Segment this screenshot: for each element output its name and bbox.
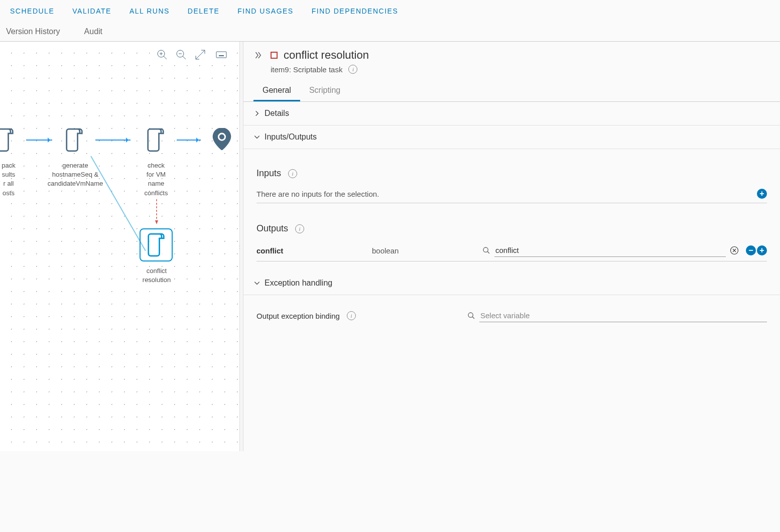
chevron-down-icon xyxy=(253,280,261,287)
svg-point-23 xyxy=(468,313,473,317)
tab-audit[interactable]: Audit xyxy=(84,27,102,41)
svg-line-5 xyxy=(183,56,186,59)
node-pack-results[interactable] xyxy=(0,126,20,154)
find-dependencies-action[interactable]: FIND DEPENDENCIES xyxy=(312,7,399,15)
outputs-heading: Outputs xyxy=(256,223,288,234)
output-type: boolean xyxy=(372,246,482,255)
info-icon[interactable]: i xyxy=(288,169,297,178)
inputs-heading: Inputs xyxy=(256,168,281,179)
add-input-button[interactable]: + xyxy=(757,189,767,199)
exception-binding-label: Output exception binding xyxy=(256,312,340,320)
section-exception-header[interactable]: Exception handling xyxy=(243,272,780,295)
exception-variable-input[interactable] xyxy=(479,309,767,322)
tab-general[interactable]: General xyxy=(253,81,300,101)
node-label: pack sults r all osts xyxy=(0,161,21,198)
svg-point-18 xyxy=(483,247,488,252)
node-label: generate hostnameSeq & candidateVmName xyxy=(40,161,110,189)
node-end[interactable] xyxy=(207,125,237,153)
canvas-toolbar xyxy=(151,46,234,64)
flow-arrow xyxy=(26,140,52,141)
chevron-down-icon xyxy=(253,134,261,141)
all-runs-action[interactable]: ALL RUNS xyxy=(129,7,170,15)
node-generate-hostname[interactable] xyxy=(59,126,89,154)
svg-line-24 xyxy=(472,317,474,319)
panel-title: conflict resolution xyxy=(284,49,369,62)
flow-arrow xyxy=(95,140,131,141)
node-check-conflicts[interactable] xyxy=(141,126,171,154)
schedule-action[interactable]: SCHEDULE xyxy=(10,7,54,15)
node-conflict-resolution[interactable] xyxy=(140,228,173,261)
panel-resize-handle[interactable]: ⋮⋮ xyxy=(239,42,243,451)
panel-subtitle: item9: Scriptable task xyxy=(271,65,342,74)
keyboard-icon[interactable] xyxy=(213,49,229,61)
fit-screen-icon[interactable] xyxy=(194,49,206,61)
info-icon[interactable]: i xyxy=(295,224,304,233)
workflow-canvas[interactable]: pack sults r all osts generate hostnameS… xyxy=(0,42,239,451)
subtabs: Version History Audit xyxy=(0,22,780,42)
info-icon[interactable]: i xyxy=(347,311,356,320)
info-icon[interactable]: i xyxy=(348,65,357,74)
inputs-empty-text: There are no inputs for the selection. xyxy=(256,190,739,198)
chevron-right-icon xyxy=(253,110,261,117)
svg-line-1 xyxy=(164,56,167,59)
remove-output-button[interactable]: − xyxy=(746,245,756,255)
task-type-icon xyxy=(271,52,278,59)
svg-point-16 xyxy=(220,135,224,139)
flow-line xyxy=(90,156,146,251)
search-icon xyxy=(467,312,475,320)
section-io-header[interactable]: Inputs/Outputs xyxy=(243,125,780,149)
add-output-button[interactable]: + xyxy=(757,245,767,255)
section-exception-body: Output exception binding i xyxy=(243,295,780,336)
node-label: check for VM name conflicts xyxy=(139,161,174,198)
zoom-out-icon[interactable] xyxy=(175,49,187,61)
tab-version-history[interactable]: Version History xyxy=(6,27,60,41)
search-icon xyxy=(482,246,490,254)
action-toolbar: SCHEDULE VALIDATE ALL RUNS DELETE FIND U… xyxy=(0,0,780,22)
validate-action[interactable]: VALIDATE xyxy=(72,7,111,15)
node-label: conflict resolution xyxy=(138,267,176,285)
svg-line-19 xyxy=(487,251,489,253)
properties-panel: conflict resolution item9: Scriptable ta… xyxy=(243,42,780,451)
flow-arrow-error xyxy=(155,199,158,224)
section-details-header[interactable]: Details xyxy=(243,102,780,125)
section-io-body: Inputs i There are no inputs for the sel… xyxy=(243,149,780,272)
output-name: conflict xyxy=(256,246,372,255)
output-binding-input[interactable] xyxy=(494,244,726,257)
zoom-in-icon[interactable] xyxy=(156,49,168,61)
find-usages-action[interactable]: FIND USAGES xyxy=(237,7,293,15)
panel-tabs: General Scripting xyxy=(243,81,780,102)
collapse-panel-icon[interactable] xyxy=(253,51,263,60)
tab-scripting[interactable]: Scripting xyxy=(300,81,349,101)
clear-icon[interactable] xyxy=(730,246,739,255)
delete-action[interactable]: DELETE xyxy=(188,7,219,15)
svg-rect-7 xyxy=(216,52,226,58)
flow-arrow xyxy=(177,140,201,141)
